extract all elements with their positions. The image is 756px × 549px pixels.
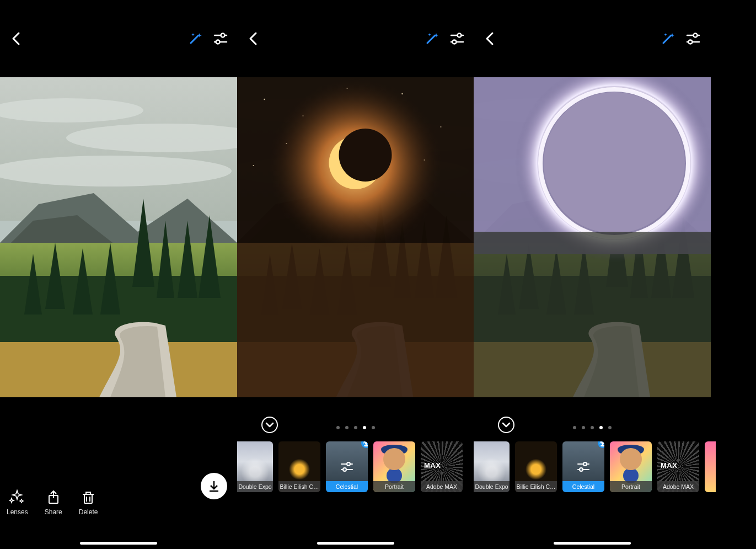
action-bar: Lenses Share Delete [0, 489, 110, 516]
magic-wand-icon[interactable] [187, 31, 203, 46]
lenses-button[interactable]: Lenses [7, 489, 28, 516]
pager-dot-active [599, 426, 603, 429]
lens-double-expo[interactable]: Double Expo [474, 441, 510, 492]
svg-point-50 [339, 129, 392, 182]
top-bar [0, 0, 237, 77]
pager-dot [573, 426, 576, 429]
lens-celestial[interactable]: Celestial [562, 441, 604, 492]
back-button[interactable] [246, 31, 261, 46]
lens-portrait[interactable]: Portrait [373, 441, 415, 492]
pager-dot [372, 426, 375, 429]
collapse-lenses-button[interactable] [261, 417, 278, 433]
screen-celestial-eclipse: Double Expo Billie Eilish C… Celestial P… [474, 0, 756, 549]
back-button[interactable] [9, 31, 24, 46]
lens-label: Double Expo [474, 481, 510, 492]
photo-preview[interactable] [0, 77, 237, 397]
magic-wand-icon[interactable] [424, 31, 439, 46]
adjust-sliders-icon[interactable] [213, 31, 228, 46]
lens-filmstrip[interactable]: Double Expo Billie Eilish C… Celestial P… [474, 441, 756, 494]
pager-dot [608, 426, 612, 429]
adobe-max-text: MAX [661, 461, 677, 470]
lens-label: Celestial [562, 481, 604, 492]
adjust-sliders-icon[interactable] [685, 31, 701, 46]
svg-point-43 [441, 126, 442, 127]
photo-preview[interactable] [237, 77, 474, 397]
lenses-label: Lenses [7, 508, 28, 516]
pager-dot [591, 426, 594, 429]
magic-wand-icon[interactable] [660, 31, 675, 46]
svg-point-47 [253, 165, 254, 166]
adjust-sliders-icon[interactable] [449, 31, 465, 46]
lens-label: Billie Eilish C… [515, 481, 557, 492]
premium-badge-icon [361, 441, 368, 448]
download-button[interactable] [201, 473, 227, 499]
page-indicator [573, 426, 612, 429]
share-label: Share [45, 508, 62, 516]
lens-label: Adobe MAX [657, 481, 699, 492]
premium-badge-icon [598, 441, 604, 448]
lens-label: Double Expo [237, 481, 273, 492]
svg-point-56 [544, 92, 685, 233]
lens-label: Portrait [610, 481, 652, 492]
svg-rect-58 [474, 232, 711, 397]
lens-portrait[interactable]: Portrait [610, 441, 652, 492]
top-bar [237, 0, 474, 77]
svg-rect-51 [237, 243, 474, 397]
top-bar [474, 0, 756, 77]
lens-next-peek[interactable] [705, 441, 716, 492]
back-button[interactable] [482, 31, 498, 46]
svg-point-40 [264, 99, 265, 100]
share-button[interactable]: Share [45, 489, 62, 516]
lens-double-expo[interactable]: Double Expo [237, 441, 273, 492]
screen-celestial-moon: Double Expo Billie Eilish C… Celestial P… [237, 0, 474, 549]
lens-label: Celestial [326, 481, 368, 492]
lens-celestial[interactable]: Celestial [326, 441, 368, 492]
lens-adobe-max[interactable]: MAX Adobe MAX [421, 441, 463, 492]
lens-billie-eilish[interactable]: Billie Eilish C… [278, 441, 320, 492]
delete-button[interactable]: Delete [79, 489, 98, 516]
lens-label: Billie Eilish C… [278, 481, 320, 492]
delete-label: Delete [79, 508, 98, 516]
pager-dot [582, 426, 585, 429]
screen-original: Lenses Share Delete [0, 0, 237, 549]
home-indicator[interactable] [317, 542, 394, 545]
pager-dot-active [363, 426, 366, 429]
adobe-max-text: MAX [424, 461, 441, 470]
home-indicator[interactable] [554, 542, 631, 545]
lens-adobe-max[interactable]: MAX Adobe MAX [657, 441, 699, 492]
page-indicator [336, 426, 375, 429]
lens-label: Portrait [373, 481, 415, 492]
photo-preview[interactable] [474, 77, 711, 397]
pager-dot [345, 426, 348, 429]
lens-filmstrip[interactable]: Double Expo Billie Eilish C… Celestial P… [237, 441, 474, 494]
pager-dot [354, 426, 357, 429]
pager-dot [336, 426, 340, 429]
lens-label: Adobe MAX [421, 481, 463, 492]
lens-billie-eilish[interactable]: Billie Eilish C… [515, 441, 557, 492]
home-indicator[interactable] [80, 542, 157, 545]
collapse-lenses-button[interactable] [498, 417, 514, 433]
